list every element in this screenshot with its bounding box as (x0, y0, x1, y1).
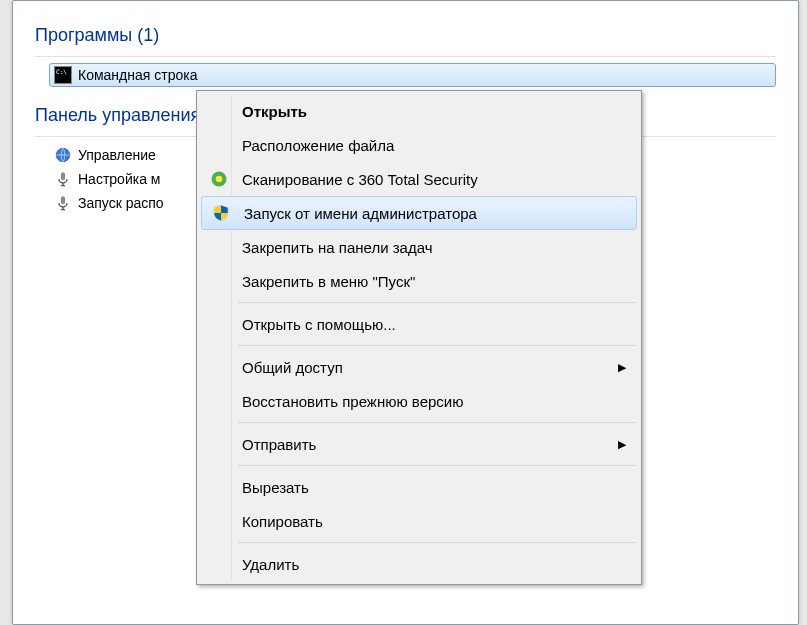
menu-item-send-to[interactable]: Отправить ▶ (200, 427, 638, 461)
divider (35, 56, 776, 57)
control-panel-item-label: Управление (78, 147, 156, 163)
svg-rect-1 (61, 172, 65, 180)
svg-rect-2 (61, 196, 65, 204)
microphone-icon (54, 194, 72, 212)
menu-item-cut[interactable]: Вырезать (200, 470, 638, 504)
menu-item-label: Восстановить прежнюю версию (242, 393, 463, 410)
menu-item-label: Удалить (242, 556, 299, 573)
menu-item-label: Отправить (242, 436, 316, 453)
menu-item-open-with[interactable]: Открыть с помощью... (200, 307, 638, 341)
menu-item-restore-previous[interactable]: Восстановить прежнюю версию (200, 384, 638, 418)
submenu-arrow-icon: ▶ (618, 438, 626, 451)
menu-item-file-location[interactable]: Расположение файла (200, 128, 638, 162)
gear-globe-icon (54, 146, 72, 164)
menu-separator (238, 302, 636, 303)
360-security-icon (208, 168, 230, 190)
menu-item-label: Вырезать (242, 479, 309, 496)
menu-item-label: Копировать (242, 513, 323, 530)
context-menu: Открыть Расположение файла Сканирование … (196, 90, 642, 585)
submenu-arrow-icon: ▶ (618, 361, 626, 374)
svg-point-4 (216, 176, 223, 183)
menu-separator (238, 542, 636, 543)
search-result-cmd[interactable]: Командная строка (49, 63, 776, 87)
microphone-icon (54, 170, 72, 188)
menu-item-run-as-admin[interactable]: Запуск от имени администратора (201, 196, 637, 230)
menu-separator (238, 345, 636, 346)
menu-item-label: Открыть с помощью... (242, 316, 396, 333)
menu-item-label: Открыть (242, 103, 307, 120)
control-panel-item-label: Настройка м (78, 171, 160, 187)
cmd-icon (54, 66, 72, 84)
menu-item-label: Закрепить в меню "Пуск" (242, 273, 415, 290)
menu-separator (238, 465, 636, 466)
menu-item-label: Сканирование с 360 Total Security (242, 171, 478, 188)
menu-item-pin-taskbar[interactable]: Закрепить на панели задач (200, 230, 638, 264)
control-panel-item-label: Запуск распо (78, 195, 164, 211)
menu-item-label: Закрепить на панели задач (242, 239, 433, 256)
menu-item-label: Запуск от имени администратора (244, 205, 477, 222)
menu-separator (238, 422, 636, 423)
uac-shield-icon (210, 202, 232, 224)
programs-section-header: Программы (1) (35, 25, 776, 46)
menu-item-delete[interactable]: Удалить (200, 547, 638, 581)
menu-item-pin-start[interactable]: Закрепить в меню "Пуск" (200, 264, 638, 298)
menu-item-scan-360[interactable]: Сканирование с 360 Total Security (200, 162, 638, 196)
menu-item-label: Общий доступ (242, 359, 343, 376)
menu-item-share[interactable]: Общий доступ ▶ (200, 350, 638, 384)
menu-item-label: Расположение файла (242, 137, 394, 154)
search-result-label: Командная строка (78, 67, 197, 83)
menu-item-open[interactable]: Открыть (200, 94, 638, 128)
menu-item-copy[interactable]: Копировать (200, 504, 638, 538)
